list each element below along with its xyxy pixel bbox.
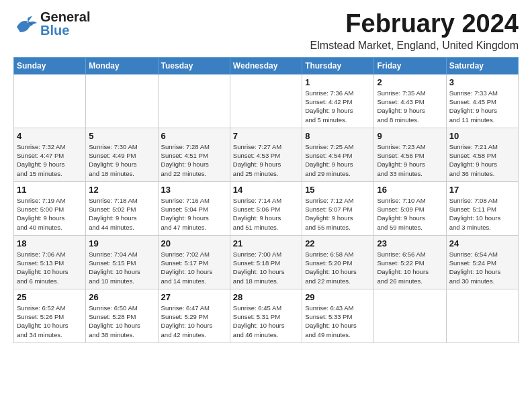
logo-text: General Blue: [40, 10, 90, 37]
calendar-cell: [446, 289, 518, 342]
calendar-cell: 11Sunrise: 7:19 AM Sunset: 5:00 PM Dayli…: [14, 181, 86, 235]
day-info: Sunrise: 6:43 AM Sunset: 5:33 PM Dayligh…: [305, 304, 371, 339]
day-number: 3: [449, 77, 515, 87]
day-number: 19: [89, 238, 154, 248]
page-header: General Blue February 2024 Elmstead Mark…: [13, 10, 519, 52]
calendar-table: SundayMondayTuesdayWednesdayThursdayFrid…: [13, 57, 519, 343]
day-info: Sunrise: 6:50 AM Sunset: 5:28 PM Dayligh…: [89, 304, 154, 339]
day-number: 25: [17, 292, 83, 302]
calendar-cell: 16Sunrise: 7:10 AM Sunset: 5:09 PM Dayli…: [374, 181, 446, 235]
day-info: Sunrise: 7:30 AM Sunset: 4:49 PM Dayligh…: [89, 142, 154, 178]
calendar-cell: 7Sunrise: 7:27 AM Sunset: 4:53 PM Daylig…: [230, 128, 302, 181]
day-number: 21: [233, 238, 299, 248]
calendar-cell: 13Sunrise: 7:16 AM Sunset: 5:04 PM Dayli…: [158, 181, 230, 235]
day-number: 20: [161, 238, 227, 248]
calendar-cell: 27Sunrise: 6:47 AM Sunset: 5:29 PM Dayli…: [158, 289, 230, 342]
day-number: 15: [305, 185, 371, 195]
calendar-cell: 1Sunrise: 7:36 AM Sunset: 4:42 PM Daylig…: [302, 74, 374, 128]
day-number: 6: [161, 131, 227, 141]
day-info: Sunrise: 7:19 AM Sunset: 5:00 PM Dayligh…: [17, 196, 83, 232]
day-number: 8: [305, 131, 371, 141]
calendar-cell: 20Sunrise: 7:02 AM Sunset: 5:17 PM Dayli…: [158, 235, 230, 289]
calendar-cell: 18Sunrise: 7:06 AM Sunset: 5:13 PM Dayli…: [14, 235, 86, 289]
calendar-cell: 24Sunrise: 6:54 AM Sunset: 5:24 PM Dayli…: [446, 235, 518, 289]
day-number: 2: [377, 77, 443, 87]
day-number: 23: [377, 238, 443, 248]
calendar-cell: 28Sunrise: 6:45 AM Sunset: 5:31 PM Dayli…: [230, 289, 302, 342]
calendar-cell: 21Sunrise: 7:00 AM Sunset: 5:18 PM Dayli…: [230, 235, 302, 289]
calendar-cell: 15Sunrise: 7:12 AM Sunset: 5:07 PM Dayli…: [302, 181, 374, 235]
calendar-body: 1Sunrise: 7:36 AM Sunset: 4:42 PM Daylig…: [14, 74, 519, 342]
day-info: Sunrise: 7:06 AM Sunset: 5:13 PM Dayligh…: [17, 250, 83, 285]
day-number: 4: [17, 131, 83, 141]
day-number: 28: [233, 292, 299, 302]
day-info: Sunrise: 7:14 AM Sunset: 5:06 PM Dayligh…: [233, 196, 299, 232]
day-info: Sunrise: 6:54 AM Sunset: 5:24 PM Dayligh…: [449, 250, 515, 285]
day-info: Sunrise: 7:18 AM Sunset: 5:02 PM Dayligh…: [89, 196, 154, 232]
day-header-wednesday: Wednesday: [230, 57, 302, 74]
calendar-cell: 19Sunrise: 7:04 AM Sunset: 5:15 PM Dayli…: [86, 235, 158, 289]
calendar-cell: [374, 289, 446, 342]
day-info: Sunrise: 7:28 AM Sunset: 4:51 PM Dayligh…: [161, 142, 227, 178]
day-info: Sunrise: 7:10 AM Sunset: 5:09 PM Dayligh…: [377, 196, 443, 232]
calendar-cell: [14, 74, 86, 128]
week-row-4: 18Sunrise: 7:06 AM Sunset: 5:13 PM Dayli…: [14, 235, 519, 289]
day-number: 1: [305, 77, 371, 87]
calendar-cell: 17Sunrise: 7:08 AM Sunset: 5:11 PM Dayli…: [446, 181, 518, 235]
day-number: 17: [449, 185, 515, 195]
day-info: Sunrise: 6:47 AM Sunset: 5:29 PM Dayligh…: [161, 304, 227, 339]
day-number: 27: [161, 292, 227, 302]
day-number: 29: [305, 292, 371, 302]
day-header-tuesday: Tuesday: [158, 57, 230, 74]
calendar-cell: [86, 74, 158, 128]
logo: General Blue: [13, 10, 90, 37]
day-info: Sunrise: 7:35 AM Sunset: 4:43 PM Dayligh…: [377, 89, 443, 124]
day-number: 14: [233, 185, 299, 195]
day-info: Sunrise: 7:21 AM Sunset: 4:58 PM Dayligh…: [449, 142, 515, 178]
day-number: 9: [377, 131, 443, 141]
day-info: Sunrise: 7:25 AM Sunset: 4:54 PM Dayligh…: [305, 142, 371, 178]
day-info: Sunrise: 6:52 AM Sunset: 5:26 PM Dayligh…: [17, 304, 83, 339]
calendar-cell: 4Sunrise: 7:32 AM Sunset: 4:47 PM Daylig…: [14, 128, 86, 181]
calendar-title: February 2024: [310, 10, 519, 38]
calendar-cell: 8Sunrise: 7:25 AM Sunset: 4:54 PM Daylig…: [302, 128, 374, 181]
calendar-cell: 25Sunrise: 6:52 AM Sunset: 5:26 PM Dayli…: [14, 289, 86, 342]
week-row-1: 1Sunrise: 7:36 AM Sunset: 4:42 PM Daylig…: [14, 74, 519, 128]
calendar-header: SundayMondayTuesdayWednesdayThursdayFrid…: [14, 57, 519, 74]
day-info: Sunrise: 7:04 AM Sunset: 5:15 PM Dayligh…: [89, 250, 154, 285]
day-info: Sunrise: 7:23 AM Sunset: 4:56 PM Dayligh…: [377, 142, 443, 178]
day-header-thursday: Thursday: [302, 57, 374, 74]
day-number: 7: [233, 131, 299, 141]
calendar-cell: 2Sunrise: 7:35 AM Sunset: 4:43 PM Daylig…: [374, 74, 446, 128]
day-header-monday: Monday: [86, 57, 158, 74]
calendar-cell: [158, 74, 230, 128]
calendar-cell: 6Sunrise: 7:28 AM Sunset: 4:51 PM Daylig…: [158, 128, 230, 181]
day-header-saturday: Saturday: [446, 57, 518, 74]
day-info: Sunrise: 6:58 AM Sunset: 5:20 PM Dayligh…: [305, 250, 371, 285]
week-row-5: 25Sunrise: 6:52 AM Sunset: 5:26 PM Dayli…: [14, 289, 519, 342]
calendar-cell: 29Sunrise: 6:43 AM Sunset: 5:33 PM Dayli…: [302, 289, 374, 342]
calendar-cell: 10Sunrise: 7:21 AM Sunset: 4:58 PM Dayli…: [446, 128, 518, 181]
day-header-friday: Friday: [374, 57, 446, 74]
day-number: 22: [305, 238, 371, 248]
calendar-cell: 5Sunrise: 7:30 AM Sunset: 4:49 PM Daylig…: [86, 128, 158, 181]
calendar-cell: 26Sunrise: 6:50 AM Sunset: 5:28 PM Dayli…: [86, 289, 158, 342]
day-info: Sunrise: 7:00 AM Sunset: 5:18 PM Dayligh…: [233, 250, 299, 285]
header-row: SundayMondayTuesdayWednesdayThursdayFrid…: [14, 57, 519, 74]
day-info: Sunrise: 7:27 AM Sunset: 4:53 PM Dayligh…: [233, 142, 299, 178]
day-info: Sunrise: 7:33 AM Sunset: 4:45 PM Dayligh…: [449, 89, 515, 124]
calendar-cell: 22Sunrise: 6:58 AM Sunset: 5:20 PM Dayli…: [302, 235, 374, 289]
day-number: 16: [377, 185, 443, 195]
day-info: Sunrise: 7:32 AM Sunset: 4:47 PM Dayligh…: [17, 142, 83, 178]
calendar-cell: 14Sunrise: 7:14 AM Sunset: 5:06 PM Dayli…: [230, 181, 302, 235]
day-number: 18: [17, 238, 83, 248]
title-block: February 2024 Elmstead Market, England, …: [310, 10, 519, 52]
week-row-3: 11Sunrise: 7:19 AM Sunset: 5:00 PM Dayli…: [14, 181, 519, 235]
day-header-sunday: Sunday: [14, 57, 86, 74]
day-info: Sunrise: 7:08 AM Sunset: 5:11 PM Dayligh…: [449, 196, 515, 232]
week-row-2: 4Sunrise: 7:32 AM Sunset: 4:47 PM Daylig…: [14, 128, 519, 181]
day-number: 13: [161, 185, 227, 195]
day-info: Sunrise: 7:36 AM Sunset: 4:42 PM Dayligh…: [305, 89, 371, 124]
day-number: 10: [449, 131, 515, 141]
day-info: Sunrise: 7:12 AM Sunset: 5:07 PM Dayligh…: [305, 196, 371, 232]
